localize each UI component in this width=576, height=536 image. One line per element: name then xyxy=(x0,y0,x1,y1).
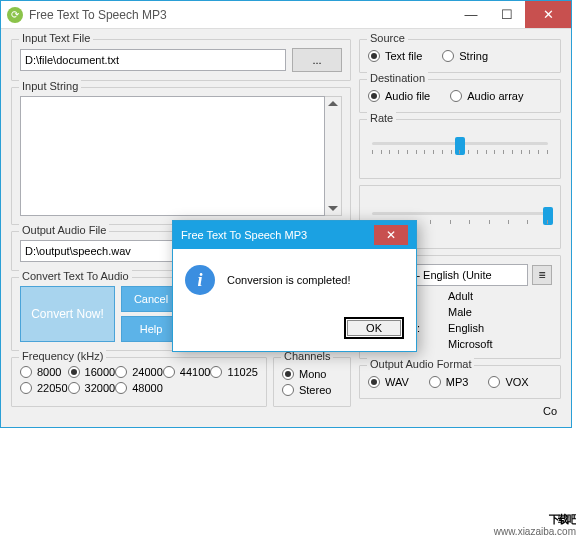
conversion-dialog: Free Text To Speech MP3 ✕ i Conversion i… xyxy=(172,220,417,352)
rate-slider[interactable] xyxy=(372,134,548,160)
output-file-label: Output Audio File xyxy=(19,224,109,236)
dialog-titlebar: Free Text To Speech MP3 ✕ xyxy=(173,221,416,249)
close-button[interactable]: ✕ xyxy=(525,1,571,28)
dest-audioarray-radio[interactable]: Audio array xyxy=(450,90,523,102)
convert-label: Convert Text To Audio xyxy=(19,270,132,282)
freq-8000-radio[interactable]: 8000 xyxy=(20,366,68,378)
source-textfile-radio[interactable]: Text file xyxy=(368,50,422,62)
dest-audiofile-radio[interactable]: Audio file xyxy=(368,90,430,102)
format-group: Output Audio Format WAV MP3 VOX xyxy=(359,365,561,399)
co-text: Co xyxy=(359,405,561,417)
browse-button[interactable]: ... xyxy=(292,48,342,72)
age-value: Adult xyxy=(448,290,552,302)
destination-label: Destination xyxy=(367,72,428,84)
input-string-textarea[interactable] xyxy=(20,96,325,216)
app-window: ⟳ Free Text To Speech MP3 — ☐ ✕ Input Te… xyxy=(0,0,572,428)
input-file-field[interactable] xyxy=(20,49,286,71)
gender-value: Male xyxy=(448,306,552,318)
dialog-close-button[interactable]: ✕ xyxy=(374,225,408,245)
stereo-radio[interactable]: Stereo xyxy=(282,384,331,396)
format-wav-radio[interactable]: WAV xyxy=(368,376,409,388)
destination-group: Destination Audio file Audio array xyxy=(359,79,561,113)
watermark: 下载吧 www.xiazaiba.com xyxy=(494,515,576,536)
voice-menu-icon[interactable]: ≡ xyxy=(532,265,552,285)
frequency-label: Frequency (kHz) xyxy=(19,350,106,362)
app-icon: ⟳ xyxy=(7,7,23,23)
input-file-label: Input Text File xyxy=(19,32,93,44)
vendor-value: Microsoft xyxy=(448,338,552,350)
input-file-group: Input Text File ... xyxy=(11,39,351,81)
input-string-label: Input String xyxy=(19,80,81,92)
info-icon: i xyxy=(185,265,215,295)
dialog-title: Free Text To Speech MP3 xyxy=(181,229,307,241)
window-title: Free Text To Speech MP3 xyxy=(29,8,453,22)
freq-44100-radio[interactable]: 44100 xyxy=(163,366,211,378)
maximize-button[interactable]: ☐ xyxy=(489,1,525,28)
convert-now-button[interactable]: Convert Now! xyxy=(20,286,115,342)
freq-22050-radio[interactable]: 22050 xyxy=(20,382,68,394)
frequency-group: Frequency (kHz) 800016000240004410011025… xyxy=(11,357,267,407)
source-label: Source xyxy=(367,32,408,44)
language-value: English xyxy=(448,322,552,334)
freq-11025-radio[interactable]: 11025 xyxy=(210,366,258,378)
freq-32000-radio[interactable]: 32000 xyxy=(68,382,116,394)
mono-radio[interactable]: Mono xyxy=(282,368,327,380)
channels-group: Channels Mono Stereo xyxy=(273,357,351,407)
freq-24000-radio[interactable]: 24000 xyxy=(115,366,163,378)
minimize-button[interactable]: — xyxy=(453,1,489,28)
freq-48000-radio[interactable]: 48000 xyxy=(115,382,163,394)
format-vox-radio[interactable]: VOX xyxy=(488,376,528,388)
freq-16000-radio[interactable]: 16000 xyxy=(68,366,116,378)
source-string-radio[interactable]: String xyxy=(442,50,488,62)
dialog-message: Conversion is completed! xyxy=(227,274,351,286)
source-group: Source Text file String xyxy=(359,39,561,73)
titlebar: ⟳ Free Text To Speech MP3 — ☐ ✕ xyxy=(1,1,571,29)
ok-button[interactable]: OK xyxy=(344,317,404,339)
rate-group: Rate xyxy=(359,119,561,179)
input-string-group: Input String xyxy=(11,87,351,225)
format-mp3-radio[interactable]: MP3 xyxy=(429,376,469,388)
format-label: Output Audio Format xyxy=(367,358,475,370)
rate-label: Rate xyxy=(367,112,396,124)
textarea-scrollbar[interactable] xyxy=(325,96,342,216)
